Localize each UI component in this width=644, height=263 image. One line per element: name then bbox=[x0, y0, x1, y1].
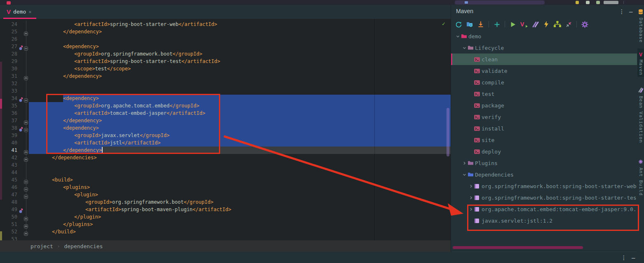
code-line[interactable]: 44 bbox=[0, 169, 451, 176]
tree-item-dependencies[interactable]: Dependencies bbox=[451, 169, 637, 180]
goal-icon bbox=[474, 92, 482, 96]
tree-item-demo[interactable]: demo bbox=[451, 30, 637, 42]
code-line[interactable]: 48<groupId>org.springframework.boot</gro… bbox=[0, 198, 451, 206]
code-line[interactable]: 32 bbox=[0, 80, 451, 87]
line-number: 40 bbox=[4, 139, 17, 147]
code-text: <groupId>org.springframework.boot</group… bbox=[74, 50, 202, 58]
maven-settings-icon[interactable] bbox=[581, 20, 589, 28]
tab-demo[interactable]: V demo × bbox=[3, 6, 36, 18]
line-number: 44 bbox=[4, 169, 17, 176]
inspections-ok-icon[interactable]: ✓ bbox=[442, 21, 445, 27]
tree-item-lifecycle[interactable]: Lifecycle bbox=[451, 42, 637, 54]
show-dependencies-icon[interactable] bbox=[553, 20, 562, 28]
annotation-box-dependencies bbox=[467, 205, 639, 231]
toggle-offline-mode-icon[interactable] bbox=[531, 20, 539, 28]
code-line[interactable]: 27<dependency> bbox=[0, 43, 451, 50]
tree-item-validate[interactable]: validate bbox=[451, 65, 637, 77]
chevron-right-icon[interactable] bbox=[461, 161, 468, 165]
tree-item-test[interactable]: test bbox=[451, 88, 637, 100]
toolbar-mini-icon[interactable] bbox=[596, 1, 600, 4]
code-text: </plugins> bbox=[63, 221, 93, 228]
tree-item-site[interactable]: site bbox=[451, 134, 637, 146]
goal-icon bbox=[474, 149, 482, 154]
tree-item-org-springframework-boot[interactable]: org.springframework.boot:spring-boot-sta… bbox=[451, 192, 637, 203]
tool-stripe-ant-build[interactable]: Ant Build bbox=[637, 158, 644, 196]
line-number: 36 bbox=[4, 109, 17, 117]
code-line[interactable]: 28<groupId>org.springframework.boot</gro… bbox=[0, 50, 451, 58]
breadcrumb-project[interactable]: project bbox=[31, 243, 53, 249]
code-line[interactable]: 51</plugins> bbox=[0, 221, 451, 228]
code-line[interactable]: 25</dependency> bbox=[0, 28, 451, 35]
code-line[interactable]: 24<artifactId>spring-boot-starter-web</a… bbox=[0, 21, 451, 28]
tab-close-icon[interactable]: × bbox=[28, 9, 31, 15]
bottom-options-icon[interactable]: ⋮ bbox=[621, 254, 627, 261]
toolbar-mini-icon[interactable] bbox=[586, 1, 590, 4]
chevron-down-icon[interactable] bbox=[461, 46, 468, 50]
toolbar-separator bbox=[505, 21, 505, 28]
tree-item-plugins[interactable]: Plugins bbox=[451, 157, 637, 169]
code-line[interactable]: 46<plugins> bbox=[0, 184, 451, 191]
chevron-right-icon[interactable] bbox=[468, 184, 474, 188]
toggle-skip-tests-icon[interactable] bbox=[542, 20, 550, 28]
maven-toolbar: V bbox=[451, 18, 637, 30]
add-maven-project-icon[interactable] bbox=[493, 20, 501, 28]
tree-item-deploy[interactable]: deploy bbox=[451, 146, 637, 157]
code-line[interactable]: 29<artifactId>spring-boot-starter-test</… bbox=[0, 58, 451, 65]
chevron-down-icon[interactable] bbox=[461, 173, 468, 177]
tree-item-org-springframework-boot[interactable]: org.springframework.boot:spring-boot-sta… bbox=[451, 180, 637, 192]
code-line[interactable]: 45<build> bbox=[0, 176, 451, 184]
code-text: </dependency> bbox=[63, 28, 102, 35]
maven-options-icon[interactable]: ⋮ bbox=[619, 8, 625, 15]
tool-stripe-label: Database bbox=[638, 18, 644, 43]
breadcrumb-separator-icon: › bbox=[57, 244, 60, 249]
chevron-right-icon[interactable] bbox=[468, 196, 474, 200]
code-line[interactable]: 26 bbox=[0, 35, 451, 43]
tool-stripe-database[interactable]: Database bbox=[637, 8, 644, 43]
tool-stripe-bean-validation[interactable]: Bean Validation bbox=[637, 86, 644, 143]
reload-all-maven-projects-icon[interactable] bbox=[454, 20, 463, 28]
line-number: 25 bbox=[4, 28, 17, 35]
bottom-minimize-icon[interactable]: — bbox=[632, 254, 635, 261]
generate-sources-icon[interactable] bbox=[465, 20, 474, 28]
editor-scrollbar-thumb[interactable] bbox=[447, 108, 449, 156]
chevron-down-icon[interactable] bbox=[454, 35, 461, 38]
run-configuration-pill[interactable] bbox=[455, 0, 545, 5]
breadcrumb-dependencies[interactable]: dependencies bbox=[64, 243, 103, 249]
maven-minimize-icon[interactable]: — bbox=[629, 8, 632, 15]
tab-label: demo bbox=[13, 9, 26, 15]
tree-item-install[interactable]: install bbox=[451, 123, 637, 134]
code-text: </dependencies> bbox=[52, 154, 96, 161]
code-line[interactable]: 47<plugin> bbox=[0, 191, 451, 198]
line-number: 49 bbox=[4, 206, 17, 213]
tree-item-label: demo bbox=[468, 33, 481, 40]
svg-text:V: V bbox=[520, 21, 524, 28]
code-text: <artifactId>spring-boot-starter-web</art… bbox=[74, 21, 217, 28]
collapse-all-icon[interactable] bbox=[564, 20, 573, 28]
line-number: 45 bbox=[4, 176, 17, 184]
code-line[interactable]: 49<artifactId>spring-boot-maven-plugin</… bbox=[0, 206, 451, 213]
tool-stripe-maven[interactable]: VMaven bbox=[637, 49, 644, 77]
code-line[interactable]: 43 bbox=[0, 161, 451, 169]
line-number: 35 bbox=[4, 102, 17, 109]
code-line[interactable]: 53 bbox=[0, 235, 451, 240]
toolbar-mini-button[interactable] bbox=[604, 1, 618, 4]
code-line[interactable]: 50</plugin> bbox=[0, 213, 451, 221]
code-line[interactable]: 30<scope>test</scope> bbox=[0, 65, 451, 72]
tree-item-clean[interactable]: clean bbox=[451, 54, 637, 65]
tree-item-label: test bbox=[482, 91, 494, 97]
tree-item-package[interactable]: package bbox=[451, 100, 637, 111]
code-line[interactable]: 31</dependency> bbox=[0, 72, 451, 80]
line-number: 41 bbox=[4, 147, 17, 154]
maven-hscrollbar-thumb[interactable] bbox=[453, 246, 583, 249]
code-line[interactable]: 42</dependencies> bbox=[0, 154, 451, 161]
toolbar-mini-icon[interactable] bbox=[576, 1, 579, 4]
execute-maven-goal-icon[interactable]: V bbox=[520, 20, 528, 28]
run-maven-build-icon[interactable] bbox=[509, 20, 517, 28]
download-sources-icon[interactable] bbox=[477, 20, 485, 28]
line-number: 31 bbox=[4, 72, 17, 80]
tree-item-compile[interactable]: compile bbox=[451, 77, 637, 88]
tree-item-verify[interactable]: verify bbox=[451, 111, 637, 123]
tree-item-label: Plugins bbox=[475, 160, 498, 166]
line-number: 32 bbox=[4, 80, 17, 87]
code-line[interactable]: 52</build> bbox=[0, 228, 451, 235]
